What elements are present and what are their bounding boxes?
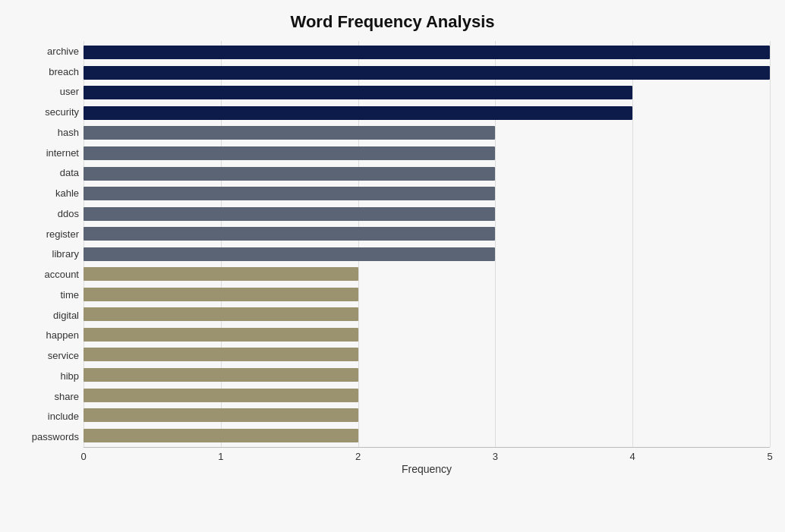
y-label-library: library (15, 244, 84, 264)
bar-row-data (84, 165, 770, 182)
x-tick-2: 2 (355, 451, 361, 462)
bar-row-share (84, 387, 770, 404)
x-tick-3: 3 (493, 451, 498, 462)
bar-security (84, 106, 632, 120)
bars-grid (84, 41, 770, 447)
bar-row-library (84, 246, 770, 263)
bar-row-happen (84, 326, 770, 343)
y-label-internet: internet (15, 143, 84, 162)
bar-row-register (84, 225, 770, 242)
y-label-happen: happen (15, 326, 84, 345)
bar-kahle (84, 187, 495, 200)
y-label-security: security (15, 102, 84, 122)
bar-hibp (84, 368, 358, 382)
bar-breach (84, 66, 770, 80)
bar-row-hibp (84, 367, 770, 383)
bar-include (84, 408, 358, 422)
bars-and-x: Frequency 012345 (84, 41, 770, 474)
bar-row-account (84, 266, 770, 282)
x-tick-4: 4 (630, 451, 635, 462)
y-label-service: service (15, 346, 84, 366)
x-axis-label: Frequency (84, 463, 770, 475)
bar-row-digital (84, 306, 770, 323)
bar-ddos (84, 207, 495, 221)
x-axis: Frequency 012345 (84, 447, 770, 474)
y-labels: archivebreachusersecurityhashinternetdat… (15, 41, 84, 474)
bar-hash (84, 126, 495, 140)
y-label-breach: breach (15, 61, 84, 81)
y-label-share: share (15, 386, 84, 406)
bar-row-ddos (84, 206, 770, 222)
bar-data (84, 167, 495, 181)
y-label-kahle: kahle (15, 184, 84, 203)
bar-row-archive (84, 44, 770, 61)
y-label-digital: digital (15, 305, 84, 325)
bar-row-user (84, 84, 770, 101)
bar-row-internet (84, 145, 770, 162)
bar-register (84, 227, 495, 241)
bar-archive (84, 46, 770, 59)
bar-row-kahle (84, 185, 770, 202)
y-label-passwords: passwords (15, 427, 84, 447)
bar-service (84, 348, 358, 361)
bar-row-service (84, 346, 770, 363)
bar-row-hash (84, 124, 770, 141)
x-tick-0: 0 (80, 451, 86, 462)
bar-user (84, 86, 632, 99)
bar-row-breach (84, 65, 770, 81)
bars-inner (84, 41, 770, 447)
bar-row-passwords (84, 427, 770, 444)
bar-time (84, 288, 358, 301)
chart-container: Word Frequency Analysis archivebreachuse… (0, 0, 785, 532)
bar-row-time (84, 286, 770, 303)
bar-row-include (84, 407, 770, 423)
y-label-ddos: ddos (15, 203, 84, 223)
chart-title: Word Frequency Analysis (15, 8, 770, 32)
y-label-include: include (15, 407, 84, 427)
y-label-data: data (15, 163, 84, 183)
y-label-account: account (15, 265, 84, 285)
grid-line-5 (770, 41, 771, 447)
y-label-hash: hash (15, 122, 84, 142)
chart-area: archivebreachusersecurityhashinternetdat… (15, 41, 770, 474)
bar-happen (84, 328, 358, 342)
bar-library (84, 247, 495, 261)
y-label-archive: archive (15, 41, 84, 61)
y-label-register: register (15, 224, 84, 244)
bar-account (84, 267, 358, 281)
bar-internet (84, 146, 495, 160)
x-tick-5: 5 (767, 451, 772, 462)
bar-row-security (84, 105, 770, 121)
y-label-time: time (15, 285, 84, 304)
y-label-hibp: hibp (15, 366, 84, 386)
bar-passwords (84, 429, 358, 442)
bar-digital (84, 307, 358, 321)
y-label-user: user (15, 82, 84, 102)
bar-share (84, 389, 358, 402)
x-tick-1: 1 (218, 451, 223, 462)
